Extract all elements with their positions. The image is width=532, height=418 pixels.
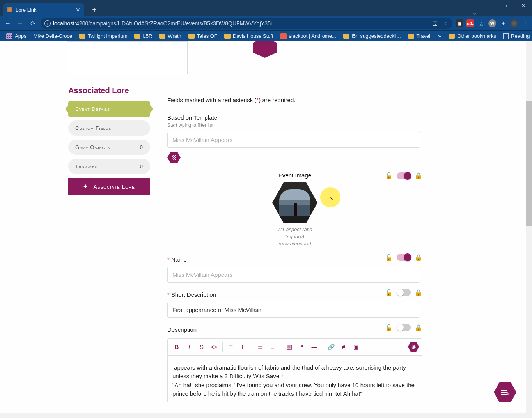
strike-button[interactable]: S [196,341,207,353]
header-hex-icon [253,41,277,58]
bookmark-item[interactable]: Mike Della-Croce [30,32,76,40]
horizontal-scrollbar[interactable] [0,413,532,418]
sidebar-tab-objects[interactable]: Game Objects0 [68,140,150,155]
lock-toggle[interactable] [397,172,411,179]
tab-close-button[interactable]: ✕ [76,7,80,13]
other-bookmarks[interactable]: Other bookmarks [445,32,499,40]
profile-avatar[interactable] [510,19,518,27]
chevron-down-icon[interactable]: ⌄ [472,9,477,16]
chrome-menu-button[interactable]: ⋮ [521,19,529,27]
maximize-button[interactable]: ▭ [499,2,510,9]
ublock-icon[interactable]: u02 [466,19,474,27]
cursor-icon: ↖ [329,195,333,201]
list-icon [503,33,509,39]
unlink-icon: ⛓︎ [171,154,177,161]
text-small-button[interactable]: T [225,341,237,353]
bookmark-item[interactable]: Wrath [156,32,184,40]
lock-toggle[interactable] [397,254,411,261]
bookmark-item[interactable]: Travel [405,32,434,40]
extension-triangle-icon[interactable]: △ [477,19,485,27]
name-input[interactable]: Miss McVillain Appears [167,267,420,283]
vertical-scrollbar[interactable] [526,41,532,413]
template-input[interactable]: Miss McVillain Appears [167,132,420,148]
unlock-icon[interactable]: 🔓 [385,289,393,296]
image-hint: 1:1 aspect ratio(square)recommended [167,226,422,248]
count-badge: 0 [140,144,143,150]
desc-block: 🔓 🔒 Description B I S <> T TT ☰ ≡ [167,326,422,402]
lock-icon[interactable]: 🔒 [415,254,422,261]
address-row: ← → ⟳ i localhost:4200/campaigns/UDAfuOd… [0,16,532,30]
url-text: localhost:4200/campaigns/UDAfuOdAStZRaoO… [53,20,272,27]
bookmarks-bar: Apps Mike Della-Croce Twilight Imperium … [0,30,532,41]
bookmark-item[interactable]: L5R [131,32,155,40]
code-button[interactable]: <> [208,341,220,353]
extensions-button[interactable]: ✦ [499,19,507,27]
sidebar-tab-custom[interactable]: Custom Fields [68,120,150,136]
bookmark-item[interactable]: l5r_suggesteddeckli... [340,32,404,40]
reload-button[interactable]: ⟳ [28,20,37,27]
folder-icon [449,34,455,39]
hash-button[interactable]: # [338,341,349,353]
link-button[interactable]: 🔗 [325,341,337,353]
site-info-icon[interactable]: i [44,20,51,27]
bookmarks-overflow[interactable]: » [434,33,445,39]
lock-icon[interactable]: 🔒 [415,289,422,296]
apps-icon [6,33,12,39]
italic-button[interactable]: I [183,341,195,353]
event-image-block: 🔓 🔒 Event Image 1:1 aspect ratio(square)… [167,172,422,248]
preview-button[interactable]: ◉ [408,342,419,352]
desc-textarea[interactable]: appears with a dramatic flourish of fabr… [167,356,422,402]
apps-button[interactable]: Apps [3,32,30,40]
bold-button[interactable]: B [171,341,183,353]
sidebar: Associated Lore Event Details Custom Fie… [68,41,150,402]
lock-toggle[interactable] [397,289,411,296]
bookmark-item[interactable]: Tales OF [185,32,220,40]
slack-icon [280,33,287,39]
count-badge: 0 [140,163,143,169]
unlock-icon[interactable]: 🔓 [385,254,393,261]
event-image-upload[interactable] [272,182,317,223]
forward-button: → [16,20,25,27]
ol-button[interactable]: ≡ [267,341,278,353]
star-icon[interactable]: ☆ [443,20,449,27]
key-icon[interactable]: ⚿ [433,20,438,27]
minimize-button[interactable]: — [481,2,491,9]
name-label: *Name [167,256,422,263]
name-block: 🔓 🔒 *Name Miss McVillain Appears [167,256,422,283]
template-label: Based on Template [167,114,422,121]
address-bar[interactable]: i localhost:4200/campaigns/UDAfuOdAStZRa… [41,18,452,29]
back-button[interactable]: ← [3,20,12,27]
new-tab-button[interactable]: + [89,4,100,15]
bookmark-item[interactable]: Davis House Stuff [221,32,277,40]
quote-button[interactable]: ❝ [296,341,308,353]
table-button[interactable]: ▦ [284,341,295,353]
extension-w-icon[interactable]: W [488,19,496,27]
unlock-icon[interactable]: 🔓 [385,172,393,179]
scrollbar-thumb[interactable] [526,101,532,226]
template-hint: Start typing to filter list [167,122,422,128]
pencil-icon: ✎ [506,391,510,397]
sidebar-tab-triggers[interactable]: Triggers0 [68,159,150,174]
sidebar-tab-details[interactable]: Event Details [68,101,150,117]
unlock-icon[interactable]: 🔓 [385,324,393,331]
reading-list[interactable]: Reading list [500,32,532,40]
short-desc-label: *Short Description [167,291,422,298]
lock-toggle[interactable] [397,324,411,331]
ul-button[interactable]: ☰ [254,341,266,353]
sidebar-title: Associated Lore [68,86,150,95]
text-large-button[interactable]: TT [238,341,249,353]
browser-tab[interactable]: Lore Link ✕ [3,3,84,16]
image-button[interactable]: ▣ [350,341,362,353]
lock-icon[interactable]: 🔒 [415,172,422,179]
lock-icon[interactable]: 🔒 [415,324,422,331]
unlink-button[interactable]: ⛓︎ [167,152,181,163]
window-controls: — ▭ ✕ [481,2,529,9]
folder-icon [343,34,349,39]
bookmark-item[interactable]: Twilight Imperium [76,32,130,40]
hr-button[interactable]: — [309,341,320,353]
close-window-button[interactable]: ✕ [518,2,529,9]
bookmark-item[interactable]: slackbot | Androme... [277,32,339,40]
associate-lore-button[interactable]: +Associate Lore [68,178,150,195]
short-desc-input[interactable]: First appearance of Miss McVillain [167,302,420,318]
extension-icon[interactable]: ▣ [456,19,463,27]
